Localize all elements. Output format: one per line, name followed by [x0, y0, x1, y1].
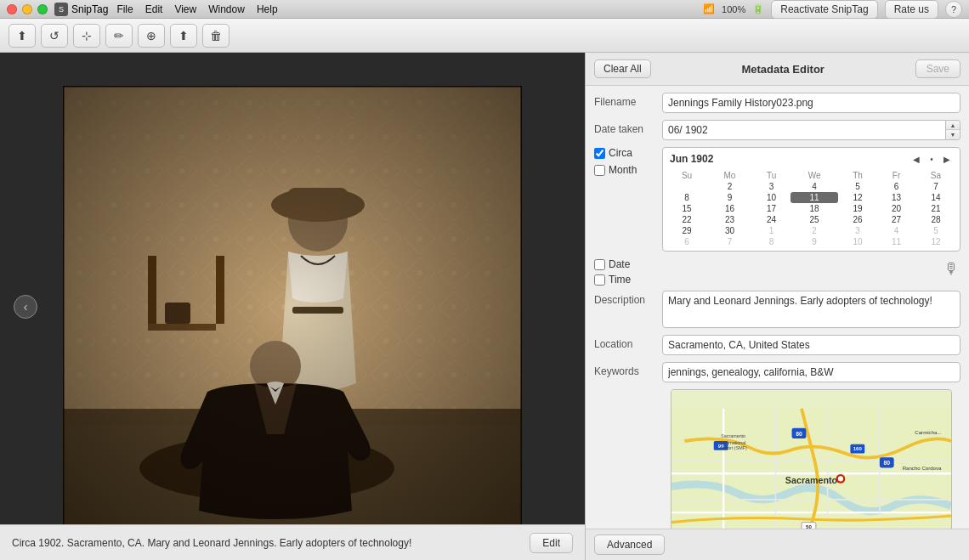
main-content: ‹ Circa 1902. Sacramento, CA. Mary and L…: [0, 53, 969, 560]
app-icon: S: [54, 3, 68, 16]
svg-rect-17: [63, 86, 522, 528]
cal-day-today[interactable]: 11: [790, 192, 838, 203]
cal-day[interactable]: 16: [707, 203, 752, 214]
maximize-button[interactable]: [37, 4, 48, 14]
menu-file[interactable]: File: [116, 3, 133, 15]
menu-view[interactable]: View: [174, 3, 196, 15]
date-checkbox[interactable]: [594, 259, 605, 270]
cal-day-muted[interactable]: 7: [707, 236, 752, 247]
cal-day[interactable]: 2: [707, 181, 752, 192]
cal-day[interactable]: 24: [752, 214, 790, 225]
advanced-button[interactable]: Advanced: [594, 535, 665, 555]
stepper-up-button[interactable]: ▲: [946, 121, 960, 130]
month-checkbox[interactable]: [594, 165, 605, 176]
menu-window[interactable]: Window: [208, 3, 245, 15]
toolbar-crop-button[interactable]: ⊹: [73, 24, 100, 48]
help-button[interactable]: ?: [945, 1, 962, 18]
location-label: Location: [594, 335, 662, 350]
save-button[interactable]: Save: [915, 59, 960, 78]
description-input[interactable]: Mary and Leonard Jennings. Early adopter…: [662, 291, 960, 328]
filename-input[interactable]: [662, 93, 960, 113]
photo-image: [63, 86, 522, 528]
toolbar-undo-button[interactable]: ↺: [41, 24, 68, 48]
cal-day[interactable]: 20: [877, 203, 915, 214]
menu-help[interactable]: Help: [257, 3, 278, 15]
metadata-panel: Clear All Metadata Editor Save Filename …: [585, 53, 969, 560]
cal-day-muted[interactable]: 4: [877, 225, 915, 236]
toolbar-zoom-button[interactable]: ⊕: [138, 24, 165, 48]
svg-text:Sacramento: Sacramento: [721, 433, 745, 438]
cal-day[interactable]: 26: [838, 214, 877, 225]
calendar-header: Jun 1902 ◀ • ▶: [666, 151, 956, 167]
title-bar: S SnipTag File Edit View Window Help 📶 1…: [0, 0, 969, 19]
cal-day[interactable]: 8: [666, 192, 707, 203]
cal-day[interactable]: 17: [752, 203, 790, 214]
cal-day[interactable]: 29: [666, 225, 707, 236]
keywords-label: Keywords: [594, 362, 662, 377]
photo-area: ‹ Circa 1902. Sacramento, CA. Mary and L…: [0, 53, 585, 560]
cal-prev-button[interactable]: ◀: [910, 153, 922, 165]
cal-day[interactable]: 14: [915, 192, 956, 203]
cal-day[interactable]: 30: [707, 225, 752, 236]
cal-day-muted[interactable]: 11: [877, 236, 915, 247]
cal-day[interactable]: 15: [666, 203, 707, 214]
cal-day-muted[interactable]: 3: [838, 225, 877, 236]
filename-label: Filename: [594, 93, 662, 108]
circa-label: Circa: [609, 147, 632, 159]
cal-next-button[interactable]: ▶: [941, 153, 953, 165]
cal-day[interactable]: 10: [752, 192, 790, 203]
menu-bar[interactable]: File Edit View Window Help: [116, 3, 277, 15]
map-container[interactable]: 80 80 50 99 160 Sacrame: [671, 389, 952, 529]
cal-day-muted[interactable]: 9: [790, 236, 838, 247]
cal-day[interactable]: 13: [877, 192, 915, 203]
cal-day[interactable]: 21: [915, 203, 956, 214]
photo-container: [63, 86, 522, 528]
cal-day[interactable]: 5: [838, 181, 877, 192]
cal-day-muted[interactable]: 8: [752, 236, 790, 247]
svg-text:50: 50: [806, 523, 812, 529]
cal-day-muted[interactable]: 2: [790, 225, 838, 236]
toolbar-edit-button[interactable]: ✏: [105, 24, 133, 48]
rate-button[interactable]: Rate us: [885, 0, 938, 19]
cal-day-muted[interactable]: 6: [666, 236, 707, 247]
cal-day[interactable]: 22: [666, 214, 707, 225]
svg-text:International: International: [721, 440, 745, 445]
cal-day[interactable]: 28: [915, 214, 956, 225]
keywords-input[interactable]: [662, 362, 960, 382]
cal-day[interactable]: 9: [707, 192, 752, 203]
menu-edit[interactable]: Edit: [145, 3, 163, 15]
circa-checkbox[interactable]: [594, 148, 605, 159]
minimize-button[interactable]: [22, 4, 32, 14]
zoom-icon: ⊕: [146, 29, 156, 42]
cal-day[interactable]: 12: [838, 192, 877, 203]
reactivate-button[interactable]: Reactivate SnipTag: [771, 0, 877, 19]
map-background: 80 80 50 99 160 Sacrame: [672, 390, 951, 529]
cal-day-muted[interactable]: 10: [838, 236, 877, 247]
prev-photo-button[interactable]: ‹: [14, 295, 37, 319]
cal-day[interactable]: 25: [790, 214, 838, 225]
cal-day[interactable]: [666, 181, 707, 192]
location-input[interactable]: [662, 335, 960, 355]
date-taken-input[interactable]: [662, 120, 946, 140]
toolbar-delete-button[interactable]: 🗑: [202, 24, 230, 48]
cal-day[interactable]: 23: [707, 214, 752, 225]
clear-all-button[interactable]: Clear All: [594, 59, 651, 78]
toolbar-upload-button[interactable]: ⬆: [8, 24, 36, 48]
cal-day-muted[interactable]: 5: [915, 225, 956, 236]
cal-day-muted[interactable]: 12: [915, 236, 956, 247]
cal-day-muted[interactable]: 1: [752, 225, 790, 236]
svg-text:Airport (SMF): Airport (SMF): [720, 445, 747, 450]
cal-day[interactable]: 3: [752, 181, 790, 192]
cal-day[interactable]: 6: [877, 181, 915, 192]
edit-caption-button[interactable]: Edit: [530, 533, 573, 553]
cal-day[interactable]: 4: [790, 181, 838, 192]
close-button[interactable]: [7, 4, 17, 14]
stepper-down-button[interactable]: ▼: [946, 130, 960, 139]
toolbar-share-button[interactable]: ⬆: [170, 24, 197, 48]
cal-day[interactable]: 18: [790, 203, 838, 214]
microphone-button[interactable]: 🎙: [942, 258, 960, 280]
cal-day[interactable]: 19: [838, 203, 877, 214]
cal-day[interactable]: 27: [877, 214, 915, 225]
cal-day[interactable]: 7: [915, 181, 956, 192]
time-checkbox[interactable]: [594, 274, 605, 286]
